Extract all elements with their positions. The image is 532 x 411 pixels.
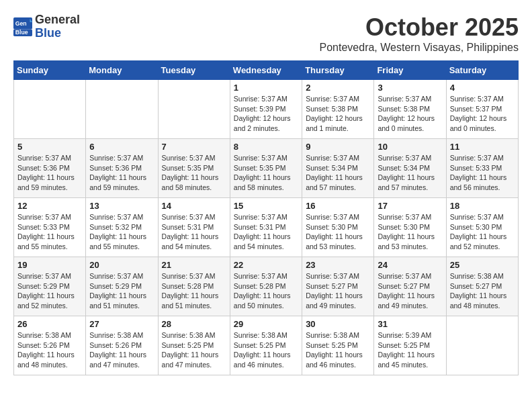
calendar-table: SundayMondayTuesdayWednesdayThursdayFrid… [13, 60, 519, 375]
day-number: 8 [234, 142, 298, 152]
calendar-cell: 28Sunrise: 5:38 AM Sunset: 5:25 PM Dayli… [158, 316, 230, 375]
day-number: 21 [162, 260, 226, 270]
calendar-cell: 9Sunrise: 5:37 AM Sunset: 5:34 PM Daylig… [302, 139, 374, 198]
weekday-header-friday: Friday [374, 61, 446, 80]
weekday-header-monday: Monday [86, 61, 158, 80]
svg-text:Gen: Gen [15, 20, 27, 27]
day-number: 29 [234, 319, 298, 329]
calendar-cell: 2Sunrise: 5:37 AM Sunset: 5:38 PM Daylig… [302, 80, 374, 139]
calendar-cell: 27Sunrise: 5:38 AM Sunset: 5:26 PM Dayli… [86, 316, 158, 375]
day-number: 9 [306, 142, 370, 152]
day-number: 19 [17, 260, 82, 270]
day-info: Sunrise: 5:37 AM Sunset: 5:31 PM Dayligh… [234, 212, 298, 252]
day-number: 11 [450, 142, 515, 152]
day-number: 5 [17, 142, 82, 152]
day-info: Sunrise: 5:37 AM Sunset: 5:27 PM Dayligh… [306, 271, 370, 311]
day-number: 2 [306, 83, 370, 93]
calendar-cell: 17Sunrise: 5:37 AM Sunset: 5:30 PM Dayli… [374, 198, 446, 257]
calendar-cell: 29Sunrise: 5:38 AM Sunset: 5:25 PM Dayli… [230, 316, 302, 375]
calendar-cell: 22Sunrise: 5:37 AM Sunset: 5:28 PM Dayli… [230, 257, 302, 316]
day-number: 20 [89, 260, 154, 270]
calendar-cell: 18Sunrise: 5:37 AM Sunset: 5:30 PM Dayli… [446, 198, 518, 257]
day-info: Sunrise: 5:37 AM Sunset: 5:28 PM Dayligh… [234, 271, 298, 311]
calendar-cell: 30Sunrise: 5:38 AM Sunset: 5:25 PM Dayli… [302, 316, 374, 375]
day-info: Sunrise: 5:38 AM Sunset: 5:25 PM Dayligh… [306, 330, 370, 370]
svg-text:Blue: Blue [15, 29, 28, 36]
calendar-header: SundayMondayTuesdayWednesdayThursdayFrid… [14, 61, 519, 80]
day-info: Sunrise: 5:37 AM Sunset: 5:30 PM Dayligh… [378, 212, 442, 252]
calendar-cell: 12Sunrise: 5:37 AM Sunset: 5:33 PM Dayli… [14, 198, 86, 257]
day-info: Sunrise: 5:38 AM Sunset: 5:27 PM Dayligh… [450, 271, 515, 311]
day-info: Sunrise: 5:37 AM Sunset: 5:30 PM Dayligh… [306, 212, 370, 252]
calendar-week-2: 5Sunrise: 5:37 AM Sunset: 5:36 PM Daylig… [14, 139, 519, 198]
calendar-cell: 19Sunrise: 5:37 AM Sunset: 5:29 PM Dayli… [14, 257, 86, 316]
day-number: 7 [162, 142, 226, 152]
day-info: Sunrise: 5:37 AM Sunset: 5:35 PM Dayligh… [162, 153, 226, 193]
calendar-cell: 25Sunrise: 5:38 AM Sunset: 5:27 PM Dayli… [446, 257, 518, 316]
logo-text: General Blue [35, 13, 80, 40]
day-number: 30 [306, 319, 370, 329]
day-number: 14 [162, 201, 226, 211]
day-info: Sunrise: 5:37 AM Sunset: 5:38 PM Dayligh… [306, 94, 370, 134]
weekday-header-saturday: Saturday [446, 61, 518, 80]
day-info: Sunrise: 5:38 AM Sunset: 5:26 PM Dayligh… [17, 330, 82, 370]
calendar-cell: 7Sunrise: 5:37 AM Sunset: 5:35 PM Daylig… [158, 139, 230, 198]
calendar-week-4: 19Sunrise: 5:37 AM Sunset: 5:29 PM Dayli… [14, 257, 519, 316]
calendar-cell [86, 80, 158, 139]
calendar-body: 1Sunrise: 5:37 AM Sunset: 5:39 PM Daylig… [14, 80, 519, 375]
day-info: Sunrise: 5:37 AM Sunset: 5:38 PM Dayligh… [378, 94, 442, 134]
weekday-header-thursday: Thursday [302, 61, 374, 80]
calendar-cell: 20Sunrise: 5:37 AM Sunset: 5:29 PM Dayli… [86, 257, 158, 316]
calendar-cell: 4Sunrise: 5:37 AM Sunset: 5:37 PM Daylig… [446, 80, 518, 139]
day-info: Sunrise: 5:37 AM Sunset: 5:37 PM Dayligh… [450, 94, 515, 134]
day-number: 25 [450, 260, 515, 270]
calendar-cell: 24Sunrise: 5:37 AM Sunset: 5:27 PM Dayli… [374, 257, 446, 316]
weekday-header-tuesday: Tuesday [158, 61, 230, 80]
calendar-week-1: 1Sunrise: 5:37 AM Sunset: 5:39 PM Daylig… [14, 80, 519, 139]
calendar-cell: 6Sunrise: 5:37 AM Sunset: 5:36 PM Daylig… [86, 139, 158, 198]
day-info: Sunrise: 5:37 AM Sunset: 5:29 PM Dayligh… [17, 271, 82, 311]
day-info: Sunrise: 5:37 AM Sunset: 5:34 PM Dayligh… [306, 153, 370, 193]
calendar-cell [158, 80, 230, 139]
day-info: Sunrise: 5:37 AM Sunset: 5:33 PM Dayligh… [450, 153, 515, 193]
day-number: 24 [378, 260, 442, 270]
day-info: Sunrise: 5:39 AM Sunset: 5:25 PM Dayligh… [378, 330, 442, 370]
calendar-cell: 31Sunrise: 5:39 AM Sunset: 5:25 PM Dayli… [374, 316, 446, 375]
day-info: Sunrise: 5:37 AM Sunset: 5:39 PM Dayligh… [234, 94, 298, 134]
calendar-cell: 11Sunrise: 5:37 AM Sunset: 5:33 PM Dayli… [446, 139, 518, 198]
day-info: Sunrise: 5:37 AM Sunset: 5:28 PM Dayligh… [162, 271, 226, 311]
calendar-cell: 3Sunrise: 5:37 AM Sunset: 5:38 PM Daylig… [374, 80, 446, 139]
day-info: Sunrise: 5:37 AM Sunset: 5:36 PM Dayligh… [17, 153, 82, 193]
calendar-cell: 16Sunrise: 5:37 AM Sunset: 5:30 PM Dayli… [302, 198, 374, 257]
day-info: Sunrise: 5:38 AM Sunset: 5:26 PM Dayligh… [89, 330, 154, 370]
day-number: 27 [89, 319, 154, 329]
day-info: Sunrise: 5:37 AM Sunset: 5:31 PM Dayligh… [162, 212, 226, 252]
day-info: Sunrise: 5:37 AM Sunset: 5:27 PM Dayligh… [378, 271, 442, 311]
day-info: Sunrise: 5:37 AM Sunset: 5:34 PM Dayligh… [378, 153, 442, 193]
weekday-header-sunday: Sunday [14, 61, 86, 80]
logo: Gen Blue General Blue [13, 13, 80, 40]
calendar-week-3: 12Sunrise: 5:37 AM Sunset: 5:33 PM Dayli… [14, 198, 519, 257]
calendar-cell: 8Sunrise: 5:37 AM Sunset: 5:35 PM Daylig… [230, 139, 302, 198]
location-title: Pontevedra, Western Visayas, Philippines [320, 42, 519, 54]
day-info: Sunrise: 5:38 AM Sunset: 5:25 PM Dayligh… [234, 330, 298, 370]
day-number: 4 [450, 83, 515, 93]
weekday-header-row: SundayMondayTuesdayWednesdayThursdayFrid… [14, 61, 519, 80]
day-info: Sunrise: 5:38 AM Sunset: 5:25 PM Dayligh… [162, 330, 226, 370]
logo-blue: Blue [35, 27, 80, 40]
calendar-cell: 26Sunrise: 5:38 AM Sunset: 5:26 PM Dayli… [14, 316, 86, 375]
day-info: Sunrise: 5:37 AM Sunset: 5:33 PM Dayligh… [17, 212, 82, 252]
weekday-header-wednesday: Wednesday [230, 61, 302, 80]
day-info: Sunrise: 5:37 AM Sunset: 5:29 PM Dayligh… [89, 271, 154, 311]
title-area: October 2025 Pontevedra, Western Visayas… [320, 13, 519, 54]
calendar-cell: 15Sunrise: 5:37 AM Sunset: 5:31 PM Dayli… [230, 198, 302, 257]
day-info: Sunrise: 5:37 AM Sunset: 5:35 PM Dayligh… [234, 153, 298, 193]
calendar-cell: 21Sunrise: 5:37 AM Sunset: 5:28 PM Dayli… [158, 257, 230, 316]
calendar-cell [446, 316, 518, 375]
logo-icon: Gen Blue [13, 17, 32, 36]
calendar-cell: 14Sunrise: 5:37 AM Sunset: 5:31 PM Dayli… [158, 198, 230, 257]
calendar-cell: 1Sunrise: 5:37 AM Sunset: 5:39 PM Daylig… [230, 80, 302, 139]
day-info: Sunrise: 5:37 AM Sunset: 5:32 PM Dayligh… [89, 212, 154, 252]
day-number: 26 [17, 319, 82, 329]
day-number: 18 [450, 201, 515, 211]
